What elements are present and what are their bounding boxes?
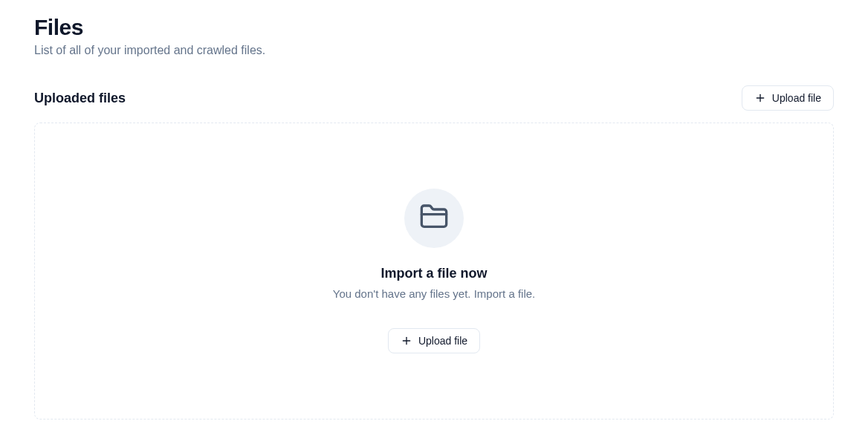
- plus-icon: [754, 92, 766, 104]
- folder-icon: [419, 202, 449, 235]
- page-subtitle: List of all of your imported and crawled…: [34, 44, 834, 57]
- section-title: Uploaded files: [34, 91, 126, 106]
- upload-file-button[interactable]: Upload file: [742, 85, 834, 111]
- empty-state-description: You don't have any files yet. Import a f…: [333, 287, 535, 300]
- empty-state-title: Import a file now: [380, 266, 487, 281]
- empty-state-container: Import a file now You don't have any fil…: [34, 123, 834, 419]
- section-header: Uploaded files Upload file: [34, 85, 834, 111]
- upload-file-button-center[interactable]: Upload file: [388, 328, 480, 353]
- upload-button-label: Upload file: [772, 92, 821, 104]
- folder-icon-circle: [404, 189, 464, 248]
- page-title: Files: [34, 15, 834, 39]
- plus-icon: [401, 335, 412, 347]
- upload-button-label: Upload file: [418, 335, 467, 347]
